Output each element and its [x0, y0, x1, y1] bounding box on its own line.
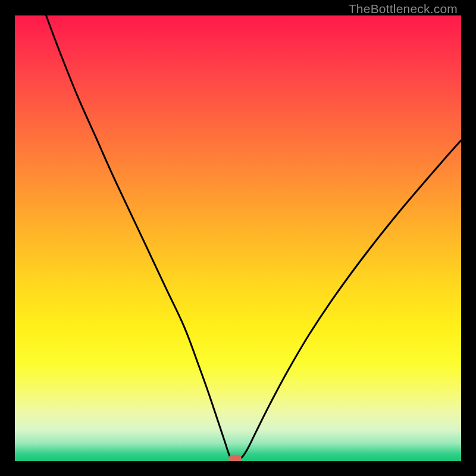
- watermark-text: TheBottleneck.com: [349, 2, 458, 16]
- bottleneck-curve: [46, 15, 462, 461]
- optimum-marker: [228, 455, 242, 462]
- curve-svg: [15, 15, 461, 461]
- chart-frame: TheBottleneck.com: [15, 0, 461, 461]
- plot-area: [15, 15, 461, 461]
